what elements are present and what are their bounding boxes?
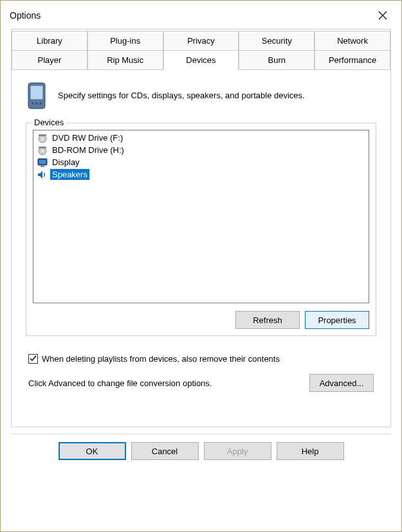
device-label: BD-ROM Drive (H:) — [50, 145, 126, 155]
ok-button[interactable]: OK — [59, 442, 126, 460]
tabs-container: Library Plug-ins Privacy Security Networ… — [11, 29, 391, 427]
refresh-button[interactable]: Refresh — [235, 311, 300, 329]
tab-burn[interactable]: Burn — [239, 50, 315, 70]
tab-devices[interactable]: Devices — [163, 50, 239, 70]
tab-rip-music[interactable]: Rip Music — [87, 50, 163, 70]
device-item-bdrom[interactable]: BD-ROM Drive (H:) — [35, 144, 367, 156]
device-item-dvd[interactable]: DVD RW Drive (F:) — [35, 132, 367, 144]
tab-privacy[interactable]: Privacy — [163, 31, 239, 50]
device-label: Speakers — [50, 169, 89, 180]
svg-rect-1 — [30, 85, 43, 100]
svg-point-9 — [42, 150, 44, 152]
devices-panel: Specify settings for CDs, displays, spea… — [12, 70, 390, 401]
close-button[interactable] — [373, 7, 392, 24]
advanced-button[interactable]: Advanced... — [309, 374, 374, 392]
svg-rect-7 — [39, 134, 46, 136]
properties-button[interactable]: Properties — [305, 311, 369, 329]
speaker-icon — [37, 170, 48, 180]
checkmark-icon — [30, 355, 37, 362]
tab-library[interactable]: Library — [12, 31, 87, 50]
device-item-display[interactable]: Display — [35, 156, 367, 168]
disc-icon — [37, 133, 48, 143]
tab-security[interactable]: Security — [239, 31, 315, 50]
device-label: DVD RW Drive (F:) — [50, 132, 125, 143]
svg-rect-10 — [39, 146, 46, 148]
delete-contents-checkbox[interactable] — [28, 354, 38, 364]
cancel-button[interactable]: Cancel — [131, 442, 199, 460]
tab-player[interactable]: Player — [12, 50, 87, 70]
tab-network[interactable]: Network — [315, 31, 390, 50]
panel-description: Specify settings for CDs, displays, spea… — [58, 91, 376, 102]
devices-fieldset: Devices DVD RW Drive (F:) BD-ROM Drive (… — [26, 123, 376, 336]
svg-rect-12 — [39, 160, 46, 164]
svg-point-3 — [36, 103, 38, 105]
titlebar: Options — [1, 1, 401, 29]
svg-point-2 — [32, 103, 34, 105]
apply-button[interactable]: Apply — [204, 442, 271, 460]
svg-point-6 — [42, 137, 44, 139]
checkbox-label: When deleting playlists from devices, al… — [42, 354, 280, 364]
device-label: Display — [50, 157, 82, 168]
device-item-speakers[interactable]: Speakers — [35, 168, 367, 181]
svg-rect-13 — [41, 166, 44, 167]
svg-point-4 — [40, 103, 42, 105]
monitor-icon — [37, 157, 48, 168]
window-title: Options — [10, 10, 373, 21]
help-button[interactable]: Help — [277, 442, 344, 460]
fieldset-label: Devices — [32, 118, 66, 127]
dialog-buttons: OK Cancel Apply Help — [11, 434, 391, 468]
tab-plug-ins[interactable]: Plug-ins — [87, 31, 163, 50]
tab-performance[interactable]: Performance — [315, 50, 390, 70]
pda-icon — [26, 82, 49, 110]
advanced-description: Click Advanced to change file conversion… — [28, 378, 212, 388]
close-icon — [378, 11, 387, 20]
device-list[interactable]: DVD RW Drive (F:) BD-ROM Drive (H:) Disp… — [33, 130, 369, 303]
disc-icon — [37, 145, 48, 155]
